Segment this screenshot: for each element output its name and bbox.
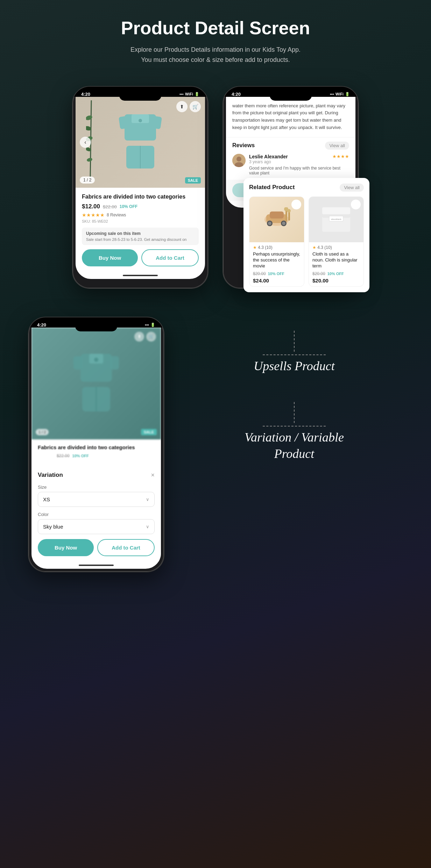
reviews-title: Reviews (232, 142, 255, 149)
card-title-1: Perhaps unsurprisingly, the success of t… (253, 251, 301, 269)
home-bar-line-b (79, 565, 114, 566)
product-title: Fabrics are divided into two categories (82, 193, 199, 201)
blurred-clothing-svg (70, 349, 122, 418)
svg-point-26 (287, 209, 291, 213)
variation-add-cart-button[interactable]: Add to Cart (97, 539, 155, 556)
back-button[interactable]: ‹ (80, 137, 91, 148)
cart-button[interactable]: 🛒 (190, 101, 201, 112)
variation-label-text: Variation / VariableProduct (245, 430, 344, 461)
popup-title: Related Product (249, 184, 295, 191)
product-cards-row: ♡ ★ 4.3 (10) Perhaps unsurprisingly, the… (249, 196, 364, 287)
share-icon: ⬆ (180, 104, 184, 109)
variation-label: Variation / VariableProduct (245, 429, 344, 462)
cart-icon: 🛒 (192, 104, 198, 109)
card-star-2: ★ (312, 245, 316, 250)
product-card-img-1: ♡ (249, 197, 304, 242)
product-card-2[interactable]: aboutblank ♡ ★ 4.3 (10) Cloth is used as… (309, 196, 364, 287)
price-main: $12.00 (82, 203, 100, 210)
reviews-section: Reviews View all (226, 137, 355, 180)
product-card-1[interactable]: ♡ ★ 4.3 (10) Perhaps unsurprisingly, the… (249, 196, 304, 287)
sku-text: SKU: 85-WE02 (82, 219, 199, 223)
phone-bottom: 4:20 ▪▪▪ 🔋 (28, 317, 164, 572)
toy-car-svg (261, 207, 292, 232)
home-bar-left (76, 272, 205, 279)
card-star-1: ★ (253, 245, 257, 250)
popup-header: Related Product View all (249, 184, 364, 192)
signal-icon: ▪▪▪ (179, 92, 184, 96)
status-icons-right: ▪▪▪ WiFi 🔋 (330, 92, 350, 96)
battery-icon: 🔋 (195, 92, 199, 96)
drawer-title-row: Variation × (38, 472, 155, 479)
right-phone-container: 4:20 ▪▪▪ WiFi 🔋 water them more often re… (222, 86, 359, 289)
phone-notch-left (119, 90, 161, 101)
heart-icon-2[interactable]: ♡ (351, 200, 361, 209)
svg-rect-35 (73, 356, 82, 370)
price-discount: 10% OFF (120, 204, 137, 209)
svg-point-5 (86, 157, 93, 162)
status-icons-left: ▪▪▪ WiFi 🔋 (179, 92, 199, 96)
review-count: 8 Reviews (107, 213, 126, 217)
review-description: water them more often reference picture,… (232, 102, 349, 131)
drawer-close-button[interactable]: × (151, 472, 155, 479)
drawer-title: Variation (38, 472, 63, 479)
review-item: Leslie Alexander 3 years ago ★★★★ Good s… (232, 154, 349, 175)
image-action-buttons: ⬆ 🛒 (134, 332, 156, 342)
wifi-icon-r: WiFi (335, 92, 344, 96)
phone-notch-right (270, 90, 312, 101)
reviews-header: Reviews View all (232, 142, 349, 150)
add-to-cart-button[interactable]: Add to Cart (141, 249, 199, 266)
battery-icon-r: 🔋 (345, 92, 350, 96)
card-original-price-2: $20.00 (312, 271, 325, 276)
status-time-bottom: 4:20 (37, 322, 46, 328)
battery-icon-b: 🔋 (150, 323, 155, 327)
reviews-view-all[interactable]: View all (325, 142, 349, 150)
price-row: $12.00 $22.00 10% OFF (82, 203, 199, 210)
size-chevron: ∨ (146, 497, 149, 502)
color-value: Sky blue (43, 524, 63, 530)
popup-view-all[interactable]: View all (340, 184, 364, 192)
product-card-img-2: aboutblank ♡ (309, 197, 363, 242)
reviewer-name: Leslie Alexander (249, 154, 288, 159)
sale-notice-text: Sale start from 28-5-23 to 5-6-23. Get a… (86, 237, 195, 242)
svg-rect-18 (270, 211, 284, 218)
svg-rect-36 (110, 356, 119, 370)
reviewer-avatar (232, 154, 246, 167)
share-button[interactable]: ⬆ (176, 101, 188, 112)
variation-buy-now-button[interactable]: Buy Now (38, 539, 94, 556)
review-preview: Good service and I'm happy with the serv… (249, 166, 349, 175)
sale-notice: Upcoming sale on this item Sale start fr… (82, 228, 199, 245)
product-info: Fabrics are divided into two categories … (76, 188, 205, 272)
card-rating-2: ★ 4.3 (10) (312, 245, 360, 250)
phones-top-row: 4:20 ▪▪▪ WiFi 🔋 (0, 79, 431, 296)
phone-left: 4:20 ▪▪▪ WiFi 🔋 (72, 86, 209, 289)
card-discount-1: 10% OFF (268, 272, 284, 276)
dashed-line-up-2 (294, 402, 295, 423)
signal-icon-r: ▪▪▪ (330, 92, 334, 96)
page-header: Product Detail Screen Explore our Produc… (0, 0, 431, 79)
buy-now-button[interactable]: Buy Now (82, 249, 138, 266)
color-dropdown[interactable]: Sky blue ∨ (38, 519, 155, 534)
size-dropdown[interactable]: XS ∨ (38, 492, 155, 507)
page-subtitle: Explore our Products Details information… (7, 45, 424, 65)
blurred-product-area: ⬆ 🛒 1 / 2 SALE (31, 328, 161, 439)
product-card-info-2: ★ 4.3 (10) Cloth is used as a noun. Clot… (309, 242, 363, 286)
heart-icon-1[interactable]: ♡ (291, 200, 301, 209)
card-price-row-1: $20.00 10% OFF (253, 271, 301, 276)
price-original: $22.00 (103, 204, 117, 209)
rating-row: ★★★★★ 8 Reviews (82, 212, 199, 218)
upsells-label: Upsells Product (254, 358, 335, 374)
color-label: Color (38, 512, 155, 517)
dashed-line-up (294, 331, 295, 352)
variation-action-buttons: Buy Now Add to Cart (38, 539, 155, 556)
home-bar-bottom (31, 562, 161, 569)
reviewer-info: Leslie Alexander 3 years ago ★★★★ Good s… (249, 154, 349, 175)
card-price-main-1: $24.00 (253, 278, 301, 284)
bottom-phone-container: 4:20 ▪▪▪ 🔋 (28, 317, 164, 572)
back-icon: ‹ (84, 139, 86, 145)
sale-notice-title: Upcoming sale on this item (86, 231, 195, 236)
svg-rect-29 (322, 207, 350, 214)
dashed-line-horizontal-2 (263, 426, 326, 426)
card-rating-1: ★ 4.3 (10) (253, 245, 301, 250)
related-product-popup: Related Product View all (243, 178, 369, 292)
review-text-area: water them more often reference picture,… (226, 97, 355, 137)
